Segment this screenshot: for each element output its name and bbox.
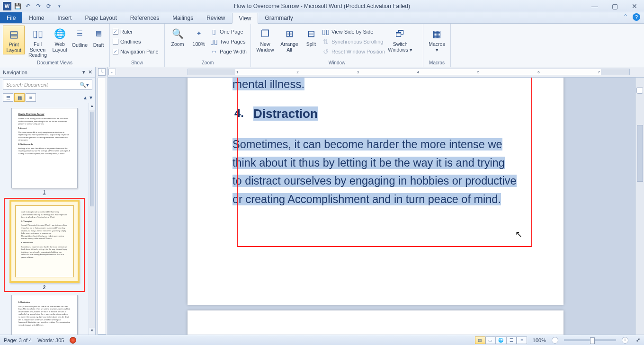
- two-pages-button[interactable]: ▯▯Two Pages: [210, 37, 247, 46]
- search-icon: 🔍▾: [80, 82, 89, 88]
- navigation-pane-close-icon[interactable]: ✕: [88, 69, 92, 75]
- thumb2-b3: I myself Neglected therapist Word. I say…: [21, 224, 68, 240]
- one-page-button[interactable]: ▯One Page: [210, 27, 247, 36]
- word-app-icon[interactable]: W: [3, 2, 11, 10]
- ruler-toggle-corner[interactable]: ⌐: [108, 69, 116, 75]
- vertical-ruler-well: └: [96, 67, 108, 335]
- zoom-out-button[interactable]: −: [552, 337, 558, 344]
- zoom-100-button[interactable]: ⌖ 100%: [189, 26, 208, 48]
- ruler-checkbox[interactable]: ✓Ruler: [113, 27, 133, 36]
- tab-mailings[interactable]: Mailings: [166, 12, 200, 23]
- save-icon[interactable]: 💾: [13, 2, 22, 10]
- page-width-icon: ↔: [210, 48, 218, 55]
- macro-recording-icon[interactable]: [70, 337, 76, 344]
- page-width-button[interactable]: ↔Page Width: [210, 47, 247, 56]
- help-icon[interactable]: ?: [633, 13, 640, 21]
- thumbnail-page-1[interactable]: How to Overcome Sorrow Sorrow is the fee…: [4, 108, 85, 195]
- macros-button[interactable]: ▦ Macros▾: [426, 26, 447, 53]
- group-show-label: Show: [113, 60, 161, 66]
- group-macros-label: Macros: [426, 60, 447, 66]
- vertical-scrollbar[interactable]: [635, 78, 644, 335]
- thumbnail-page-3[interactable]: 5. Meditation The j is tlicle man prios …: [4, 295, 85, 335]
- document-page-3[interactable]: [188, 310, 564, 335]
- nav-scroll-down-icon[interactable]: ▾: [89, 328, 95, 335]
- minimize-button[interactable]: —: [588, 2, 601, 10]
- browse-object-icon[interactable]: [636, 87, 643, 94]
- nav-scroll-up-icon[interactable]: ▴: [89, 103, 95, 110]
- document-page-2[interactable]: mental illness. 4. Distraction Sometimes…: [188, 78, 564, 305]
- nav-next-icon[interactable]: ▾: [89, 94, 92, 101]
- minimize-ribbon-icon[interactable]: ⌃: [623, 13, 628, 21]
- tab-review[interactable]: Review: [200, 12, 232, 23]
- navigation-search-placeholder: Search Document: [6, 82, 80, 88]
- zoom-fit-icon[interactable]: ⤢: [636, 337, 640, 343]
- one-page-label: One Page: [220, 29, 243, 35]
- maximize-button[interactable]: ▢: [608, 2, 621, 10]
- reset-window-position-button: ↺Reset Window Position: [322, 47, 385, 56]
- navigation-pane-checkbox[interactable]: ✓Navigation Pane: [113, 47, 159, 56]
- arrange-all-button[interactable]: ⊞ Arrange All: [278, 26, 300, 53]
- zoom-slider[interactable]: [564, 339, 616, 341]
- tab-insert[interactable]: Insert: [51, 12, 78, 23]
- status-outline-button[interactable]: ☰: [506, 336, 517, 344]
- heading-distraction: Distraction: [253, 106, 318, 121]
- close-button[interactable]: ✕: [628, 2, 641, 10]
- draft-label: Draft: [93, 43, 104, 48]
- status-page[interactable]: Page: 3 of 4: [4, 337, 32, 343]
- web-layout-button[interactable]: 🌐 Web Layout: [51, 26, 69, 53]
- navigation-scrollbar[interactable]: ▴ ▾: [89, 103, 95, 335]
- view-side-by-side-button[interactable]: ▯▯View Side by Side: [322, 27, 385, 36]
- refresh-icon[interactable]: ⟳: [45, 2, 53, 10]
- full-screen-reading-button[interactable]: ▯▯ Full Screen Reading: [27, 26, 48, 59]
- tab-references[interactable]: References: [124, 12, 166, 23]
- web-layout-icon: 🌐: [53, 27, 67, 41]
- status-words[interactable]: Words: 305: [37, 337, 64, 343]
- zoom-button[interactable]: 🔍 Zoom: [168, 26, 188, 48]
- nav-tab-headings[interactable]: ☰: [3, 93, 13, 102]
- horizontal-ruler-row: ⌐ 1234567: [108, 67, 644, 78]
- redo-icon[interactable]: ↷: [34, 2, 43, 10]
- print-layout-button[interactable]: ▤ Print Layout: [3, 26, 25, 54]
- thumbnail-1-label: 1: [43, 190, 46, 195]
- window-controls: — ▢ ✕: [588, 2, 641, 10]
- full-screen-reading-icon: ▯▯: [31, 27, 45, 41]
- status-web-layout-button[interactable]: 🌐: [496, 336, 506, 344]
- page-width-label: Page Width: [220, 49, 247, 54]
- vertical-ruler[interactable]: [98, 78, 106, 335]
- split-button[interactable]: ⊟ Split: [302, 26, 320, 48]
- tab-home[interactable]: Home: [22, 12, 51, 23]
- tab-grammarly[interactable]: Grammarly: [258, 12, 299, 23]
- nav-prev-icon[interactable]: ▴: [84, 94, 87, 101]
- draft-button[interactable]: ▤ Draft: [90, 26, 107, 49]
- nav-scroll-thumb[interactable]: [90, 112, 94, 206]
- status-zoom-percent[interactable]: 100%: [533, 337, 546, 343]
- status-full-screen-button[interactable]: ▭: [485, 336, 496, 344]
- tab-selector-icon[interactable]: └: [98, 68, 106, 76]
- tab-page-layout[interactable]: Page Layout: [78, 12, 123, 23]
- horizontal-ruler[interactable]: 1234567: [188, 69, 630, 75]
- gridlines-checkbox[interactable]: Gridlines: [113, 37, 141, 46]
- navigation-pane-title: Navigation: [3, 70, 27, 75]
- status-view-buttons: ▤ ▭ 🌐 ☰ ≡: [475, 336, 527, 344]
- new-window-button[interactable]: ❐ New Window: [254, 26, 277, 53]
- group-macros: ▦ Macros▾ Macros: [423, 24, 451, 67]
- thumbnail-page-2-selected[interactable]: cool, making to not so comfortable than …: [4, 198, 85, 292]
- undo-icon[interactable]: ↶: [24, 2, 32, 10]
- navigation-pane-dropdown-icon[interactable]: ▾: [82, 69, 85, 75]
- status-draft-button[interactable]: ≡: [517, 336, 527, 344]
- one-page-icon: ▯: [210, 28, 218, 35]
- switch-windows-button[interactable]: 🗗 Switch Windows ▾: [387, 26, 413, 53]
- tab-file[interactable]: File: [0, 12, 22, 23]
- navigation-search-input[interactable]: Search Document 🔍▾: [3, 80, 92, 90]
- vertical-scrollbar-thumb[interactable]: [637, 125, 643, 182]
- qat-customize-icon[interactable]: ▾: [55, 2, 63, 10]
- nav-tab-pages[interactable]: ▦: [14, 93, 25, 102]
- status-print-layout-button[interactable]: ▤: [475, 336, 485, 344]
- thumb2-h4: 4. Distraction: [21, 241, 33, 244]
- page-viewport[interactable]: mental illness. 4. Distraction Sometimes…: [108, 78, 635, 335]
- nav-tab-results[interactable]: ≡: [26, 93, 36, 102]
- ribbon: ▤ Print Layout ▯▯ Full Screen Reading 🌐 …: [0, 24, 644, 67]
- zoom-in-button[interactable]: +: [622, 337, 628, 344]
- tab-view[interactable]: View: [232, 13, 259, 24]
- outline-button[interactable]: ☰ Outline: [71, 26, 89, 49]
